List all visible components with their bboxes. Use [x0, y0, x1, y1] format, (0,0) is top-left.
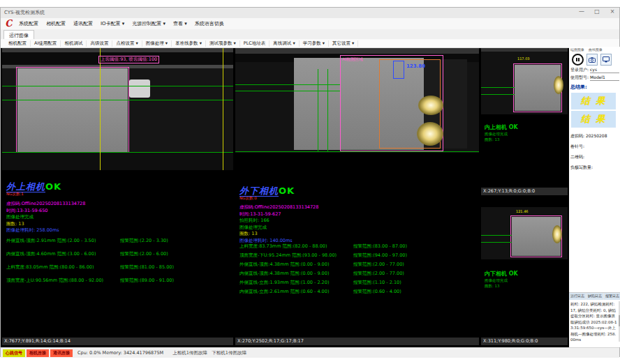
- menu-item[interactable]: 系统配置: [19, 20, 38, 27]
- measure-row: 外侧直线-顶面:2.91mm 范围:(2.00 - 3.50) 报警范围:(2.…: [6, 238, 232, 251]
- toolbar-item[interactable]: 离线调试 ▾: [270, 40, 299, 47]
- small-line: 圈数: 13: [485, 137, 518, 142]
- green-guide-line: [2, 152, 233, 153]
- camera-error-text: 上相机1传图故障 下相机1传图故障: [172, 350, 246, 356]
- toolbar-item[interactable]: 相机调试: [61, 40, 87, 47]
- toolbar-item[interactable]: 相机配置: [5, 40, 31, 47]
- camera-name: 内上相机: [485, 124, 507, 130]
- blue-measure-rect: [393, 61, 404, 79]
- monitor-icon: [603, 56, 610, 63]
- toolbar-item[interactable]: 点检设置 ▾: [112, 40, 142, 47]
- alarm-range: 报警范围:(2.00 - 6.00): [120, 251, 168, 257]
- yellow-guide-line: [223, 48, 223, 170]
- green-guide-line: [2, 100, 233, 100]
- blue-measure-value: 123.80: [406, 63, 425, 69]
- glow-spot: [554, 76, 563, 94]
- measure-value: 顶面宽度-上U:90.56mm 范围:(88.00 - 92.00): [6, 278, 103, 283]
- toolbar-item[interactable]: 高级设置: [87, 40, 112, 47]
- maximize-button[interactable]: □: [593, 8, 601, 15]
- tab-run-image[interactable]: 运行图像: [3, 30, 34, 40]
- yellow-guide-line: [100, 48, 101, 170]
- connector-blob: [129, 79, 150, 98]
- small-top-result-text: 内上相机 OK 图像处理完成 圈数: 13: [485, 123, 518, 142]
- alarm-range: 报警范围:(2.20 - 3.30): [120, 238, 168, 244]
- cpu-memory-text: Cpu: 0.0% Memory: 3424.41796875M: [78, 350, 163, 356]
- status-badge: 心跳信号: [3, 349, 25, 357]
- left-measure-rows: 外侧直线-顶面:2.91mm 范围:(2.00 - 3.50) 报警范围:(2.…: [6, 238, 232, 291]
- camera-tool-button[interactable]: [586, 54, 598, 66]
- minimize-button[interactable]: —: [577, 8, 586, 15]
- measure-value: 内侧直线-顶面:4.60mm 范围:(3.00 - 6.00): [6, 251, 96, 257]
- status-badges: 心跳信号相机连接通讯连接: [3, 349, 73, 357]
- menu-item[interactable]: 相机配置: [46, 20, 66, 27]
- measure-row: 外侧直线-立面:1.93mm 范围:(1.00 - 2.20) 报警范围:(1.…: [239, 280, 478, 289]
- mid-camera-image[interactable]: 123.80 AI检测区域: [235, 48, 479, 153]
- green-guide-vline: [327, 69, 328, 151]
- left-camera-image[interactable]: 上齿阈值:93, 喷齿阈值:100: [2, 48, 233, 170]
- result-boxes: 结 果结 果: [569, 93, 620, 128]
- left-coordinate-bar: X:7677;Y:891;R:14;G:14;B:14: [2, 338, 233, 345]
- toolbar-item[interactable]: 图像处理 ▾: [142, 40, 172, 47]
- toolbar-item[interactable]: AI使用配置: [31, 40, 61, 47]
- small-top-camera-image[interactable]: 117.03: [481, 48, 568, 114]
- process-done-line: 图像处理完成: [6, 214, 85, 221]
- camera-icon: [589, 57, 596, 63]
- view-tab[interactable]: 曲线图像: [589, 47, 603, 52]
- camera-status: OK: [45, 181, 61, 192]
- glow-spot: [417, 122, 443, 146]
- status-bar: 心跳信号相机连接通讯连接 Cpu: 0.0% Memory: 3424.4179…: [1, 347, 619, 358]
- machine-rail: [235, 48, 479, 54]
- mid-camera-panel: 123.80 AI检测区域 外下相机OK NG次数:0 虚拟码:Offline2…: [235, 48, 479, 345]
- login-user-value[interactable]: cys: [590, 67, 619, 73]
- toolbar-item[interactable]: 其它设置 ▾: [329, 40, 358, 47]
- small-top-camera-panel: 117.03 内上相机 OK 图像处理完成 圈数: 13 X:267;Y:13;…: [481, 48, 568, 195]
- small-top-coordinate-bar: X:267;Y:13;R:0;G:0;B:0: [481, 188, 568, 195]
- small-bottom-result-text: 内下相机 OK 图像处理完成 圈数: 13: [485, 270, 518, 289]
- left-camera-panel: 上齿阈值:93, 喷齿阈值:100 外上相机OK NG次数:1 虚拟码:Offl…: [2, 48, 233, 345]
- close-button[interactable]: ×: [608, 8, 617, 15]
- view-tab[interactable]: 端面图像: [570, 47, 584, 52]
- monitor-tool-button[interactable]: [600, 54, 612, 66]
- model-value[interactable]: Model1: [590, 75, 619, 81]
- menu-item[interactable]: 系统语言切换: [195, 20, 224, 27]
- ring-count-line: 圈数: 13: [6, 221, 85, 228]
- alarm-range: 报警范围:(94.00 - 97.00): [353, 252, 407, 259]
- measure-value: 顶面宽度-下U:95.24mm 范围:(93.00 - 98.00): [239, 252, 337, 258]
- small-measure-label: 117.03: [517, 56, 530, 61]
- toolbar-item[interactable]: 学习参数 ▾: [300, 40, 329, 47]
- view-tabs: 端面图像曲线图像: [569, 47, 620, 52]
- small-line: 图像处理完成: [485, 278, 518, 283]
- camera-status: OK: [279, 185, 295, 196]
- menu-item[interactable]: 查看 ▾: [173, 20, 187, 27]
- pause-button[interactable]: [572, 54, 584, 66]
- count-label: 负极写数量:: [569, 160, 620, 171]
- mid-result-text: 外下相机OK NG次数:0 虚拟码:Offline202502081331347…: [239, 185, 318, 244]
- log-tab[interactable]: 缺陷日志: [586, 293, 603, 300]
- green-guide-line: [2, 86, 233, 86]
- green-guide-line: [235, 151, 479, 152]
- app-logo-icon: C: [4, 17, 13, 29]
- toolbar-item[interactable]: 测试项参数 ▾: [206, 40, 240, 47]
- toolbar-item[interactable]: PLC地址表: [240, 40, 270, 47]
- menu-item[interactable]: IO卡配置 ▾: [101, 20, 124, 27]
- measure-row: 上料宽度:83.05mm 范围:(80.00 - 86.00) 报警范围:(81…: [6, 264, 232, 278]
- glow-spot: [552, 225, 562, 243]
- process-done-line: 图像处理完成: [239, 225, 318, 232]
- toolbar-item[interactable]: 基准线参数 ▾: [172, 40, 206, 47]
- measure-value: 外侧直线-顶面:4.38mm 范围:(0.00 - 9.00): [239, 261, 329, 267]
- small-bottom-camera-image[interactable]: 121.46: [481, 207, 568, 259]
- alarm-range: 报警范围:(1.10 - 2.10): [353, 280, 401, 286]
- log-tab[interactable]: 报警日志: [604, 293, 620, 300]
- measure-value: 内侧直线-顶面:4.38mm 范围:(0.00 - 9.00): [239, 271, 329, 276]
- log-tab[interactable]: 运行日志: [569, 293, 586, 300]
- menu-item[interactable]: 通讯配置: [73, 20, 93, 27]
- measure-value: 上料宽度:83.05mm 范围:(80.00 - 86.00): [6, 264, 94, 270]
- measure-value: 上料宽度:83.73mm 范围:(82.00 - 88.00): [239, 243, 327, 249]
- menu-item[interactable]: 光源控制配置 ▾: [132, 20, 165, 27]
- time-line: 时间:13-31-59-627: [239, 211, 318, 218]
- toolbar: 相机配置AI使用配置相机调试高级设置点检设置 ▾图像处理 ▾基准线参数 ▾测试项…: [1, 39, 619, 48]
- needle-label: 卷针号:: [569, 139, 620, 150]
- status-badge: 相机连接: [27, 349, 49, 357]
- log-tabs: 运行日志缺陷日志报警日志: [569, 293, 620, 300]
- glow-spot: [418, 96, 443, 115]
